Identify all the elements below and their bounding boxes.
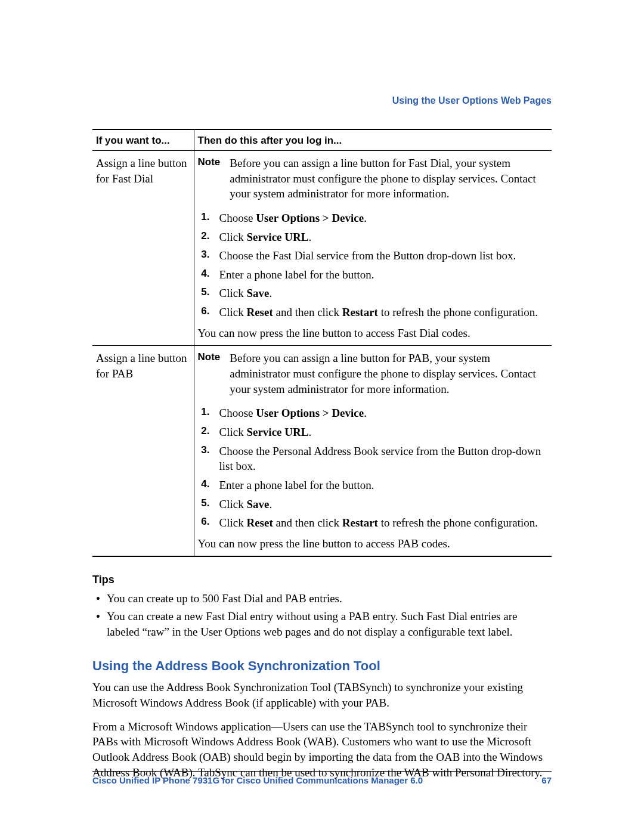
step-item: Click Reset and then click Restart to re… xyxy=(198,303,549,322)
steps-list: Choose User Options > Device.Click Servi… xyxy=(198,209,549,322)
step-item: Choose the Personal Address Book service… xyxy=(198,442,549,476)
section-heading: Using the Address Book Synchronization T… xyxy=(92,658,552,674)
footer-title: Cisco Unified IP Phone 7931G for Cisco U… xyxy=(92,775,423,785)
tip-item: You can create a new Fast Dial entry wit… xyxy=(107,608,552,640)
header-section-link: Using the User Options Web Pages xyxy=(92,95,552,106)
table-task-cell: Assign a line button for Fast Dial xyxy=(92,151,194,346)
footer-page-number: 67 xyxy=(541,775,552,785)
steps-list: Choose User Options > Device.Click Servi… xyxy=(198,404,549,532)
step-item: Click Service URL. xyxy=(198,228,549,247)
tip-item: You can create up to 500 Fast Dial and P… xyxy=(107,590,552,608)
table-header-task: If you want to... xyxy=(92,129,194,151)
table-action-cell: NoteBefore you can assign a line button … xyxy=(194,346,552,557)
table-task-cell: Assign a line button for PAB xyxy=(92,346,194,557)
page-footer: Cisco Unified IP Phone 7931G for Cisco U… xyxy=(92,771,552,785)
step-item: Enter a phone label for the button. xyxy=(198,265,549,284)
note-label: Note xyxy=(198,156,221,202)
note-text: Before you can assign a line button for … xyxy=(230,156,548,202)
step-item: Click Save. xyxy=(198,495,549,514)
instructions-table: If you want to... Then do this after you… xyxy=(92,129,552,557)
step-item: Choose User Options > Device. xyxy=(198,404,549,423)
step-item: Choose the Fast Dial service from the Bu… xyxy=(198,246,549,265)
table-header-action: Then do this after you log in... xyxy=(194,129,552,151)
section-paragraph: You can use the Address Book Synchroniza… xyxy=(92,680,552,710)
note-label: Note xyxy=(198,351,221,397)
step-item: Choose User Options > Device. xyxy=(198,209,549,228)
after-steps-text: You can now press the line button to acc… xyxy=(198,536,549,552)
note-text: Before you can assign a line button for … xyxy=(230,351,548,397)
step-item: Click Reset and then click Restart to re… xyxy=(198,513,549,532)
tips-heading: Tips xyxy=(92,574,552,586)
after-steps-text: You can now press the line button to acc… xyxy=(198,326,549,341)
step-item: Click Service URL. xyxy=(198,423,549,442)
step-item: Enter a phone label for the button. xyxy=(198,476,549,495)
document-page: Using the User Options Web Pages If you … xyxy=(0,0,644,780)
step-item: Click Save. xyxy=(198,284,549,303)
tips-list: You can create up to 500 Fast Dial and P… xyxy=(92,590,552,640)
table-action-cell: NoteBefore you can assign a line button … xyxy=(194,151,552,346)
